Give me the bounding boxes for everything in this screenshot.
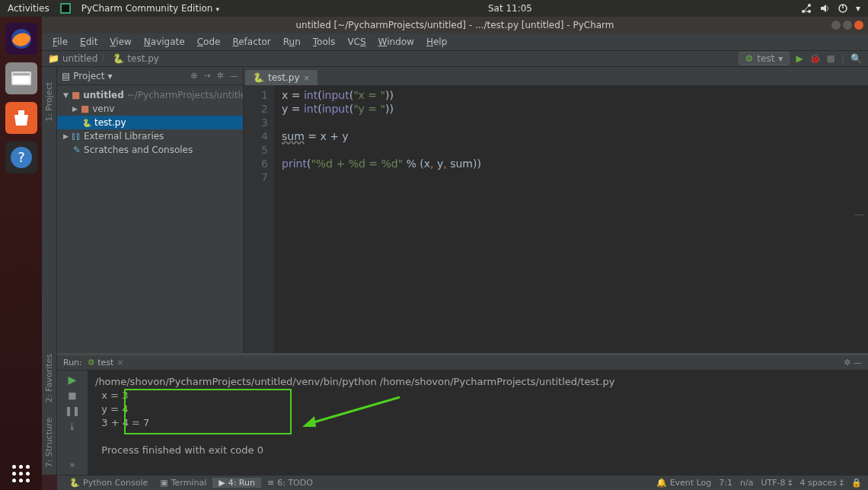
run-config-label: test bbox=[757, 53, 774, 64]
menu-run[interactable]: Run bbox=[279, 35, 305, 49]
run-tab-icon: ⚙ bbox=[88, 358, 95, 368]
editor-marker: — bbox=[854, 207, 865, 221]
close-tab-icon[interactable]: × bbox=[304, 74, 310, 82]
window-title-bar: untitled [~/PycharmProjects/untitled] - … bbox=[42, 17, 868, 33]
tree-root[interactable]: ▼ ■ untitled ~/PycharmProjects/untitled bbox=[57, 88, 243, 102]
project-view-label[interactable]: Project bbox=[73, 71, 104, 81]
maximize-button[interactable] bbox=[843, 21, 852, 30]
folder-icon: 📁 bbox=[48, 53, 59, 64]
run-settings-icon[interactable]: ✲ — bbox=[844, 358, 862, 368]
svg-rect-10 bbox=[13, 76, 30, 84]
tool-favorites-tab[interactable]: 2: Favorites bbox=[44, 346, 54, 410]
search-icon[interactable]: 🔍 bbox=[850, 53, 862, 64]
gnome-top-bar: Activities PyCharm Community Edition Sat… bbox=[0, 0, 868, 17]
tree-testpy[interactable]: 🐍 test.py bbox=[57, 116, 243, 129]
network-icon[interactable] bbox=[801, 3, 812, 14]
menu-tools[interactable]: Tools bbox=[308, 35, 340, 49]
expand-icon: ▶ bbox=[63, 132, 69, 140]
expand-icon: ▼ bbox=[63, 91, 69, 99]
tree-root-label: untitled bbox=[83, 90, 124, 100]
menu-file[interactable]: File bbox=[48, 35, 72, 49]
scroll-from-source-icon[interactable]: ⊕ bbox=[190, 71, 197, 81]
status-bar: 🐍Python Console ▣Terminal ▶4: Run ≡6: TO… bbox=[57, 475, 868, 490]
left-tool-strip: 1: Project 2: Favorites 7: Structure bbox=[42, 67, 57, 475]
event-log[interactable]: 🔔 Event Log bbox=[656, 478, 711, 488]
run-button[interactable]: ▶ bbox=[796, 53, 803, 64]
run-label: Run: bbox=[63, 358, 82, 368]
menu-vcs[interactable]: VCS bbox=[343, 35, 370, 49]
menu-refactor[interactable]: Refactor bbox=[228, 35, 275, 49]
line-sep[interactable]: n/a bbox=[740, 478, 753, 488]
menu-edit[interactable]: Edit bbox=[75, 35, 102, 49]
menu-window[interactable]: Window bbox=[374, 35, 419, 49]
rerun-button[interactable]: ▶ bbox=[69, 374, 77, 386]
collapse-icon[interactable]: ⇢ bbox=[204, 71, 211, 81]
app-menu[interactable]: PyCharm Community Edition bbox=[81, 3, 219, 14]
power-icon[interactable] bbox=[838, 3, 848, 14]
close-run-tab-icon[interactable]: × bbox=[116, 358, 123, 368]
help-launcher[interactable]: ? bbox=[5, 142, 37, 173]
gear-icon[interactable]: ✲ bbox=[217, 71, 224, 81]
clock[interactable]: Sat 11:05 bbox=[219, 3, 801, 14]
tree-scratches[interactable]: ✎ Scratches and Consoles bbox=[57, 143, 243, 157]
exit-button[interactable]: ⭳ bbox=[68, 421, 77, 431]
tree-venv[interactable]: ▶ ■ venv bbox=[57, 102, 243, 116]
menu-code[interactable]: Code bbox=[193, 35, 225, 49]
todo-icon: ≡ bbox=[267, 478, 274, 488]
pause-button[interactable]: ❚❚ bbox=[65, 406, 80, 416]
breadcrumb-root[interactable]: untitled bbox=[62, 53, 97, 64]
tool-project-tab[interactable]: 1: Project bbox=[44, 75, 54, 129]
terminal-tab[interactable]: ▣Terminal bbox=[154, 478, 212, 488]
run-console[interactable]: /home/shovon/PycharmProjects/untitled/ve… bbox=[88, 371, 868, 475]
tree-item-label: venv bbox=[92, 103, 114, 114]
tree-item-label: test.py bbox=[94, 117, 126, 128]
run-toolbar: ▶ ■ ❚❚ ⭳ » bbox=[57, 371, 88, 475]
todo-tab[interactable]: ≡6: TODO bbox=[261, 478, 319, 488]
close-button[interactable] bbox=[854, 21, 863, 30]
run-tab-label[interactable]: test bbox=[97, 358, 113, 368]
stop-button[interactable]: ■ bbox=[68, 390, 76, 401]
python-console-tab[interactable]: 🐍Python Console bbox=[63, 478, 154, 488]
menu-help[interactable]: Help bbox=[422, 35, 452, 49]
tree-item-label: External Libraries bbox=[84, 131, 164, 142]
python-file-icon: 🐍 bbox=[113, 53, 124, 64]
annotation-arrow bbox=[301, 393, 407, 431]
software-launcher[interactable] bbox=[5, 102, 37, 134]
chevron-down-icon[interactable]: ▾ bbox=[107, 71, 112, 81]
breadcrumb-sep: 〉 bbox=[101, 52, 110, 65]
folder-icon: ■ bbox=[81, 103, 89, 114]
run-tab[interactable]: ▶4: Run bbox=[212, 478, 261, 488]
breadcrumb-file[interactable]: test.py bbox=[127, 53, 159, 64]
minimize-button[interactable] bbox=[831, 21, 841, 30]
svg-marker-15 bbox=[302, 416, 316, 427]
more-button[interactable]: » bbox=[69, 460, 75, 470]
debug-button[interactable]: 🐞 bbox=[809, 53, 821, 64]
firefox-launcher[interactable] bbox=[5, 23, 37, 55]
lock-icon[interactable]: 🔒 bbox=[851, 478, 862, 488]
tool-structure-tab[interactable]: 7: Structure bbox=[44, 410, 54, 475]
stop-button[interactable]: ■ bbox=[827, 53, 835, 64]
terminal-icon: ▣ bbox=[160, 478, 168, 488]
indent[interactable]: 4 spaces ‡ bbox=[800, 478, 844, 488]
hide-icon[interactable]: — bbox=[230, 71, 238, 81]
pycharm-icon bbox=[60, 3, 71, 14]
volume-icon[interactable] bbox=[819, 3, 830, 14]
svg-rect-11 bbox=[18, 110, 24, 116]
tree-external[interactable]: ▶ ⫿⫿ External Libraries bbox=[57, 129, 243, 143]
activities-button[interactable]: Activities bbox=[8, 3, 49, 14]
library-icon: ⫿⫿ bbox=[72, 131, 81, 142]
encoding[interactable]: UTF-8 ‡ bbox=[761, 478, 792, 488]
chevron-down-icon: ▾ bbox=[778, 53, 783, 64]
ubuntu-launcher: ? bbox=[0, 17, 42, 490]
apps-grid-icon[interactable] bbox=[12, 465, 30, 482]
pycharm-window: untitled [~/PycharmProjects/untitled] - … bbox=[42, 17, 868, 490]
menu-navigate[interactable]: Navigate bbox=[139, 35, 190, 49]
status-caret-icon[interactable]: ▾ bbox=[856, 3, 860, 14]
menu-view[interactable]: View bbox=[105, 35, 136, 49]
project-view-icon: ▤ bbox=[62, 71, 70, 81]
tree-item-label: Scratches and Consoles bbox=[84, 145, 193, 155]
editor-tab-testpy[interactable]: 🐍 test.py × bbox=[245, 70, 318, 85]
run-config-selector[interactable]: ⚙ test ▾ bbox=[739, 52, 790, 65]
svg-line-14 bbox=[308, 397, 400, 424]
files-launcher[interactable] bbox=[5, 62, 37, 94]
